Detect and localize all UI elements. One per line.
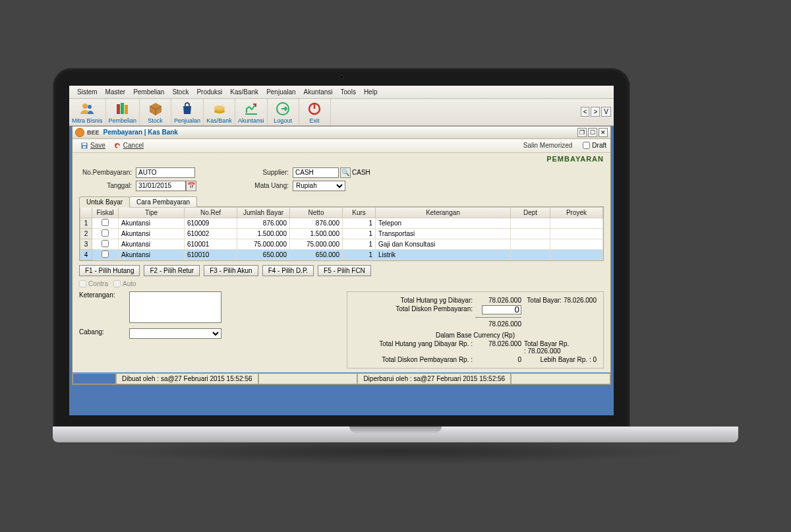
noref-cell[interactable]: 610009 <box>185 218 237 228</box>
cabang-select[interactable] <box>129 328 221 339</box>
tanggal-input[interactable] <box>136 181 186 191</box>
fiskal-cell[interactable] <box>92 249 119 260</box>
netto-cell[interactable]: 650.000 <box>290 249 343 260</box>
bayar-cell[interactable]: 1.500.000 <box>237 228 290 239</box>
col-fiskal[interactable]: Fiskal <box>92 207 119 218</box>
tool-mitra-bisnis[interactable]: Mitra Bisnis <box>69 99 106 125</box>
draft-checkbox[interactable]: Draft <box>583 142 606 149</box>
menu-sistem[interactable]: Sistem <box>73 87 102 97</box>
auto-checkbox[interactable]: Auto <box>113 280 136 287</box>
calendar-icon[interactable]: 📅 <box>186 181 196 191</box>
menu-stock[interactable]: Stock <box>168 87 192 97</box>
noref-cell[interactable]: 610002 <box>185 228 237 239</box>
f4-pilih-dp[interactable]: F4 - Pilih D.P. <box>262 265 314 276</box>
tipe-cell[interactable]: Akuntansi <box>119 218 185 228</box>
menu-tools[interactable]: Tools <box>337 87 360 97</box>
search-icon[interactable]: 🔍 <box>340 167 351 178</box>
proyek-cell[interactable] <box>550 249 603 260</box>
kurs-cell[interactable]: 1 <box>343 228 376 239</box>
tool-stock[interactable]: Stock <box>140 99 171 125</box>
keterangan-input[interactable] <box>129 291 221 323</box>
noref-cell[interactable]: 610010 <box>185 249 237 260</box>
bayar-cell[interactable]: 876.000 <box>237 218 290 228</box>
ket-cell[interactable]: Transportasi <box>376 228 511 239</box>
salin-memorized-button[interactable]: Salin Memorized <box>519 140 576 150</box>
fiskal-cell[interactable] <box>92 218 119 228</box>
tipe-cell[interactable]: Akuntansi <box>119 239 185 249</box>
col-keterangan[interactable]: Keterangan <box>376 207 511 218</box>
camera-icon <box>339 75 343 79</box>
maximize-icon[interactable]: ☐ <box>588 128 597 137</box>
tool-penjualan[interactable]: Penjualan <box>171 99 204 125</box>
kurs-cell[interactable]: 1 <box>343 218 376 228</box>
no-pembayaran-label: No.Pembayaran: <box>79 169 132 176</box>
col-kurs[interactable]: Kurs <box>343 207 376 218</box>
tool-logout[interactable]: Logout <box>268 99 299 125</box>
menu-help[interactable]: Help <box>360 87 382 97</box>
table-row[interactable]: 3Akuntansi61000175.000.00075.000.0001Gaj… <box>80 239 603 249</box>
f3-pilih-akun[interactable]: F3 - Pilih Akun <box>204 265 258 276</box>
ket-cell[interactable]: Telepon <box>376 218 511 228</box>
bayar-cell[interactable]: 75.000.000 <box>237 239 290 249</box>
table-row[interactable]: 1Akuntansi610009876.000876.0001Telepon <box>80 218 603 228</box>
proyek-cell[interactable] <box>550 218 603 228</box>
col-noref[interactable]: No.Ref <box>185 207 237 218</box>
tool-kasbank[interactable]: Kas/Bank <box>204 99 235 125</box>
nav-prev[interactable]: < <box>581 107 590 117</box>
ket-cell[interactable]: Gaji dan Konsultasi <box>376 239 511 249</box>
netto-cell[interactable]: 876.000 <box>290 218 343 228</box>
nav-v[interactable]: V <box>601 107 611 117</box>
table-row[interactable]: 2Akuntansi6100021.500.0001.500.0001Trans… <box>80 228 603 239</box>
dept-cell[interactable] <box>511 218 550 228</box>
bayar-cell[interactable]: 650.000 <box>237 249 290 260</box>
no-pembayaran-input[interactable] <box>136 167 195 178</box>
proyek-cell[interactable] <box>550 228 603 239</box>
tab-cara-pembayaran[interactable]: Cara Pembayaran <box>129 196 197 207</box>
noref-cell[interactable]: 610001 <box>185 239 237 249</box>
netto-cell[interactable]: 75.000.000 <box>290 239 343 249</box>
dept-cell[interactable] <box>511 228 550 239</box>
dept-cell[interactable] <box>511 239 550 249</box>
table-row[interactable]: 4Akuntansi610010650.000650.0001Listrik <box>80 249 603 260</box>
f1-pilih-hutang[interactable]: F1 - Pilih Hutang <box>79 265 140 276</box>
dept-cell[interactable] <box>511 249 550 260</box>
mata-uang-select[interactable]: Rupiah <box>293 181 345 191</box>
nav-next[interactable]: > <box>591 107 600 117</box>
menu-akuntansi[interactable]: Akuntansi <box>300 87 337 97</box>
diskon-input[interactable] <box>482 305 521 314</box>
netto-cell[interactable]: 1.500.000 <box>290 228 343 239</box>
proyek-cell[interactable] <box>550 239 603 249</box>
menu-penjualan[interactable]: Penjualan <box>262 87 299 97</box>
fiskal-cell[interactable] <box>92 228 119 239</box>
menu-pembelian[interactable]: Pembelian <box>129 87 168 97</box>
menu-produksi[interactable]: Produksi <box>192 87 226 97</box>
col-tipe[interactable]: Tipe <box>119 207 185 218</box>
col-jumlah-bayar[interactable]: Jumlah Bayar <box>237 207 290 218</box>
close-icon[interactable]: ✕ <box>599 128 608 137</box>
window-titlebar: BEE Pembayaran | Kas Bank ❐ ☐ ✕ <box>73 127 610 139</box>
tool-pembelian[interactable]: Pembelian <box>106 99 140 125</box>
f2-pilih-retur[interactable]: F2 - Pilih Retur <box>144 265 200 276</box>
col-netto[interactable]: Netto <box>290 207 343 218</box>
restore-down-icon[interactable]: ❐ <box>577 128 587 137</box>
col-proyek[interactable]: Proyek <box>550 207 603 218</box>
menu-kasbank[interactable]: Kas/Bank <box>226 87 262 97</box>
tool-akuntansi[interactable]: Akuntansi <box>235 99 268 125</box>
save-button[interactable]: Save <box>76 140 109 151</box>
f5-pilih-fcn[interactable]: F5 - Pilih FCN <box>318 265 371 276</box>
kurs-cell[interactable]: 1 <box>343 239 376 249</box>
ket-cell[interactable]: Listrik <box>376 249 511 260</box>
tab-untuk-bayar[interactable]: Untuk Bayar <box>79 196 130 208</box>
contra-checkbox[interactable]: Contra <box>79 280 108 287</box>
supplier-input[interactable] <box>293 167 339 178</box>
col-rownum[interactable] <box>80 207 92 218</box>
col-dept[interactable]: Dept <box>511 207 550 218</box>
menu-master[interactable]: Master <box>102 87 130 97</box>
fiskal-cell[interactable] <box>92 239 119 249</box>
svg-rect-3 <box>121 103 124 114</box>
kurs-cell[interactable]: 1 <box>343 249 376 260</box>
tipe-cell[interactable]: Akuntansi <box>119 228 185 239</box>
tool-exit[interactable]: Exit <box>299 99 331 125</box>
tipe-cell[interactable]: Akuntansi <box>119 249 185 260</box>
cancel-button[interactable]: Cancel <box>109 140 148 151</box>
